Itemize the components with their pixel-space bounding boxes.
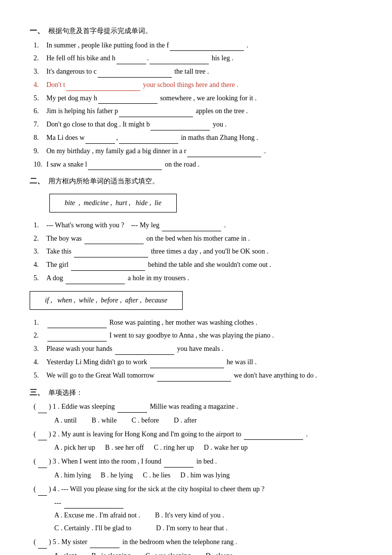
blank (47, 328, 107, 328)
blank (119, 117, 193, 117)
list-item: 5. My pet dog may h somewhere , we are l… (30, 92, 362, 104)
blank (88, 170, 162, 170)
q5-row: ( ) 5 . My sister in the bedroom when th… (30, 536, 362, 549)
word-box-two-content: if , when , while , before , after , bec… (30, 291, 183, 310)
q4-paren-blank (38, 483, 47, 496)
blank (66, 90, 140, 91)
blank (115, 354, 174, 355)
section-one-items: 1. In summer , people like putting food … (30, 40, 362, 171)
blank (170, 50, 244, 51)
blank (117, 64, 146, 64)
list-item: 6. Jim is helping his father p apples on… (30, 105, 362, 117)
section-one-label: 一、 (30, 25, 44, 38)
blank (71, 270, 145, 271)
section-two-header: 二、 用方框内所给单词的适当形式填空。 (30, 175, 362, 188)
q2-choices: A . pick her up B . see her off C . ring… (30, 442, 362, 454)
section-three-title: 单项选择： (48, 387, 83, 399)
list-item: 3. Take this three times a day , and you… (30, 246, 362, 257)
list-item: 4. The girl behind the table and she wou… (30, 259, 362, 271)
list-item: 1. Rose was painting , her mother was wa… (30, 317, 362, 329)
list-item: 7. Don't go close to that dog . It might… (30, 119, 362, 130)
section-one-header: 一、 根据句意及首字母提示完成单词。 (30, 25, 362, 38)
list-item: 9. On my birthday , my family gad a big … (30, 145, 362, 157)
blank (164, 467, 194, 468)
blank (90, 548, 119, 548)
word-box-content: bite , medicine , hurt , hide , lie (49, 194, 177, 213)
question-5: ( ) 5 . My sister in the bedroom when th… (30, 536, 362, 555)
q3-row: ( ) 3 . When I went into the room , I fo… (30, 456, 362, 468)
q1-paren-blank (38, 401, 47, 413)
q2-row: ( ) 2 . My aunt is leaving for Hong Kong… (30, 428, 362, 441)
blank (244, 439, 303, 440)
list-item: 3. It's dangerous to c the tall tree . (30, 66, 362, 78)
blank (151, 130, 210, 130)
blank (187, 157, 261, 157)
question-2: ( ) 2 . My aunt is leaving for Hong Kong… (30, 428, 362, 454)
blank (64, 508, 123, 509)
blank (157, 381, 231, 382)
q2-paren-blank (38, 428, 47, 441)
q3-paren-blank (38, 456, 47, 468)
list-item: 1. In summer , people like putting food … (30, 40, 362, 51)
section-two-a-items: 1. --- What's wrong with you ? --- My le… (30, 219, 362, 284)
q4-choices-row2: C . Certainly . I'll be glad to D . I'm … (30, 522, 362, 534)
section-one-title: 根据句意及首字母提示完成单词。 (48, 25, 152, 37)
section-three-header: 三、 单项选择： (30, 386, 362, 399)
question-1: ( ) 1 . Eddie was sleeping Millie was re… (30, 401, 362, 427)
blank (118, 412, 147, 413)
q1-row: ( ) 1 . Eddie was sleeping Millie was re… (30, 401, 362, 413)
blank (119, 143, 178, 144)
list-item: 4. Don't t your school things here and t… (30, 79, 362, 91)
blank (150, 368, 224, 368)
q3-choices: A . him lying B . he lying C . he lies D… (30, 470, 362, 481)
word-box-two: if , when , while , before , after , bec… (30, 287, 362, 314)
q4-sub-text: --- (30, 497, 362, 509)
q4-choices-row1: A . Excuse me . I'm afraid not . B . It'… (30, 510, 362, 521)
list-item: 3. Please wash your hands you have meals… (30, 343, 362, 355)
list-item: 10. I saw a snake l on the road . (30, 159, 362, 171)
blank (66, 284, 125, 284)
blank (47, 341, 107, 342)
q4-row: ( ) 4 . --- Will you please sing for the… (30, 483, 362, 496)
section-two-label: 二、 (30, 175, 44, 188)
blank (84, 244, 144, 244)
list-item: 1. --- What's wrong with you ? --- My le… (30, 219, 362, 231)
blank (85, 143, 115, 144)
section-three-label: 三、 (30, 386, 44, 399)
q1-choices: A . until B . while C . before D . after (30, 415, 362, 427)
list-item: 2. I went to say goodbye to Anna , she w… (30, 330, 362, 342)
blank (74, 257, 148, 257)
list-item: 2. The boy was on the bed when his mothe… (30, 233, 362, 245)
section-two-title: 用方框内所给单词的适当形式填空。 (48, 175, 159, 187)
list-item: 5. A dog a hole in my trousers . (30, 272, 362, 284)
blank (162, 231, 221, 231)
list-item: 4. Yesterday Li Ming didn't go to work h… (30, 356, 362, 368)
blank (98, 77, 172, 78)
question-3: ( ) 3 . When I went into the room , I fo… (30, 456, 362, 481)
list-item: 2. He fell off his bike and h. his leg . (30, 52, 362, 64)
q5-paren-blank (38, 536, 47, 549)
list-item: 5. We will go to the Great Wall tomorrow… (30, 370, 362, 382)
q5-row2: , A . slept B . is sleeping C . was slee… (30, 550, 362, 555)
word-box-one: bite , medicine , hurt , hide , lie (39, 190, 362, 216)
blank (98, 103, 157, 104)
q5-choices: A . slept B . is sleeping C . was sleepi… (39, 550, 233, 555)
section-two-b-items: 1. Rose was painting , her mother was wa… (30, 317, 362, 382)
list-item: 8. Ma Li does w, in maths than Zhang Hon… (30, 132, 362, 144)
blank (150, 64, 209, 64)
question-4: ( ) 4 . --- Will you please sing for the… (30, 483, 362, 534)
